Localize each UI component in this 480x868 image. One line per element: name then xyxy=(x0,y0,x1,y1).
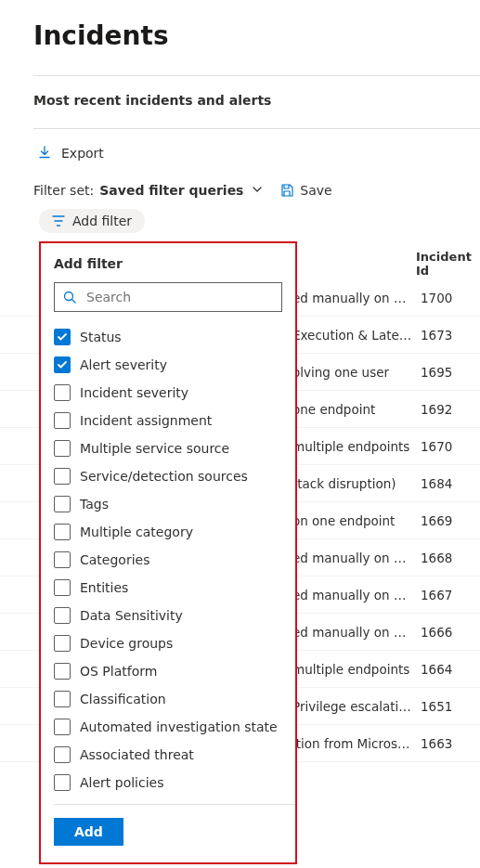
checkbox[interactable] xyxy=(54,412,71,429)
incident-id-cell: 1663 xyxy=(421,736,472,751)
page-title: Incidents xyxy=(33,20,480,51)
filter-option[interactable]: Service/detection sources xyxy=(41,462,295,490)
filter-option[interactable]: Alert policies xyxy=(41,769,295,781)
checkbox[interactable] xyxy=(54,579,71,596)
filter-option[interactable]: Alert severity xyxy=(41,351,295,379)
filter-option-label: Tags xyxy=(80,497,109,512)
filter-option-label: Entities xyxy=(80,580,128,595)
column-header-incident-id[interactable]: Incident Id xyxy=(416,250,480,278)
filter-option[interactable]: Incident severity xyxy=(41,379,295,407)
incident-name-cell: on one endpoint xyxy=(292,513,413,528)
filter-option[interactable]: Automated investigation state xyxy=(41,713,295,741)
filter-option[interactable]: Device groups xyxy=(41,629,295,657)
filter-option-label: Service/detection sources xyxy=(80,469,248,484)
filter-option-label: Categories xyxy=(80,552,149,567)
incident-id-cell: 1684 xyxy=(421,476,472,491)
page: Incidents Most recent incidents and aler… xyxy=(0,20,480,781)
incident-name-cell: Privilege escalati… xyxy=(292,699,413,714)
filter-option-label: Status xyxy=(80,330,122,344)
incident-name-cell: ed manually on o… xyxy=(292,551,413,565)
popup-title: Add filter xyxy=(54,256,295,271)
incident-name-cell: multiple endpoints xyxy=(292,439,413,454)
filter-option[interactable]: Incident assignment xyxy=(41,407,295,434)
download-icon xyxy=(37,146,52,161)
incident-name-cell: olving one user xyxy=(292,365,413,380)
add-filter-pill[interactable]: Add filter xyxy=(39,209,145,233)
checkbox[interactable] xyxy=(54,496,71,512)
filter-option-label: Incident assignment xyxy=(80,413,212,428)
export-label: Export xyxy=(61,146,104,161)
filter-option[interactable]: Data Sensitivity xyxy=(41,602,295,629)
save-button[interactable]: Save xyxy=(279,183,331,198)
filter-option[interactable]: Associated threat xyxy=(41,741,295,769)
filter-option-label: Classification xyxy=(80,692,166,706)
divider xyxy=(33,128,480,129)
incident-id-cell: 1692 xyxy=(421,402,472,417)
filter-option-label: OS Platform xyxy=(80,664,157,679)
checkbox[interactable] xyxy=(54,329,71,345)
incident-id-cell: 1700 xyxy=(421,291,472,305)
checkbox[interactable] xyxy=(54,635,71,652)
filter-option[interactable]: Entities xyxy=(41,574,295,602)
incident-name-cell: ttack disruption) xyxy=(292,476,413,491)
checkbox[interactable] xyxy=(54,774,71,781)
search-input[interactable] xyxy=(84,289,274,305)
save-icon xyxy=(279,183,294,198)
filter-option[interactable]: Multiple service source xyxy=(41,434,295,462)
incident-name-cell: multiple endpoints xyxy=(292,662,413,677)
filter-set-dropdown[interactable]: Saved filter queries xyxy=(99,183,263,198)
incident-id-cell: 1664 xyxy=(421,662,472,677)
checkbox[interactable] xyxy=(54,691,71,707)
filter-option-label: Incident severity xyxy=(80,385,188,400)
filter-option[interactable]: Tags xyxy=(41,490,295,518)
incident-name-cell: ed manually on o… xyxy=(292,291,413,305)
filter-option-label: Alert policies xyxy=(80,775,164,781)
filter-option-label: Associated threat xyxy=(80,747,194,762)
filter-option-label: Data Sensitivity xyxy=(80,608,183,623)
filter-option-label: Multiple category xyxy=(80,525,193,539)
filter-set-row: Filter set: Saved filter queries Save xyxy=(33,183,480,198)
save-label: Save xyxy=(300,183,331,198)
filter-set-label: Filter set: xyxy=(33,183,94,198)
filter-option-label: Device groups xyxy=(80,636,173,651)
section-label: Most recent incidents and alerts xyxy=(33,93,480,108)
checkbox[interactable] xyxy=(54,663,71,680)
add-filter-pill-label: Add filter xyxy=(72,214,132,228)
checkbox[interactable] xyxy=(54,524,71,540)
divider xyxy=(33,75,480,76)
checkbox[interactable] xyxy=(54,551,71,568)
checkbox[interactable] xyxy=(54,356,71,373)
export-button[interactable]: Export xyxy=(37,146,480,161)
incident-id-cell: 1669 xyxy=(421,513,472,528)
checkbox[interactable] xyxy=(54,468,71,485)
filter-icon xyxy=(52,214,65,227)
checkbox[interactable] xyxy=(54,384,71,401)
checkbox[interactable] xyxy=(54,719,71,735)
incident-id-cell: 1651 xyxy=(421,699,472,714)
filter-option[interactable]: Status xyxy=(41,323,295,351)
incident-name-cell: ed manually on o… xyxy=(292,625,413,640)
filter-option-label: Automated investigation state xyxy=(80,719,278,734)
search-icon xyxy=(62,290,77,304)
add-filter-popup: Add filter StatusAlert severityIncident … xyxy=(39,241,297,781)
checkbox[interactable] xyxy=(54,746,71,763)
incident-name-cell: Execution & Late… xyxy=(292,328,413,343)
options-list: StatusAlert severityIncident severityInc… xyxy=(41,323,295,781)
filter-option[interactable]: Classification xyxy=(41,685,295,713)
incident-id-cell: 1666 xyxy=(421,625,472,640)
incident-id-cell: 1670 xyxy=(421,439,472,454)
checkbox[interactable] xyxy=(54,440,71,457)
filter-set-value: Saved filter queries xyxy=(99,183,243,198)
incident-name-cell: one endpoint xyxy=(292,402,413,417)
incident-name-cell: ed manually on o… xyxy=(292,588,413,602)
search-box[interactable] xyxy=(54,282,282,312)
filter-option-label: Alert severity xyxy=(80,357,167,372)
filter-option[interactable]: Categories xyxy=(41,546,295,574)
filter-option-label: Multiple service source xyxy=(80,441,229,456)
incident-id-cell: 1695 xyxy=(421,365,472,380)
incident-name-cell: ition from Micros… xyxy=(292,736,413,751)
filter-option[interactable]: Multiple category xyxy=(41,518,295,546)
incident-id-cell: 1673 xyxy=(421,328,472,343)
filter-option[interactable]: OS Platform xyxy=(41,657,295,685)
checkbox[interactable] xyxy=(54,607,71,624)
